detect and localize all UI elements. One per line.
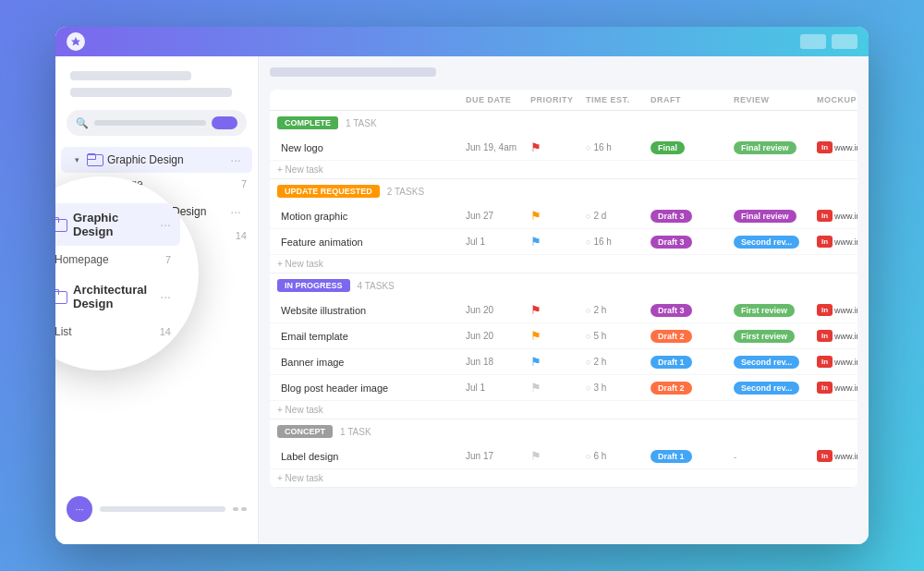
mag-arch-dots[interactable]: ··· <box>160 289 171 304</box>
task-groups: COMPLETE 1 TASK New logo Jun 19, 4am ⚑ ○… <box>270 111 857 488</box>
link-cell[interactable]: In www.invis <box>817 304 857 316</box>
due-date: Jun 27 <box>462 207 527 225</box>
mag-list[interactable]: List 14 <box>55 320 180 344</box>
maximize-button[interactable] <box>832 34 857 49</box>
clock-icon: ○ <box>586 143 590 152</box>
mag-folder-graphic <box>55 217 66 232</box>
table-row[interactable]: Blog post header image Jul 1 ⚑ ○3 h Draf… <box>270 375 857 401</box>
table-header: DUE DATE PRIORITY TIME EST. DRAFT REVIEW… <box>270 90 857 111</box>
mag-homepage[interactable]: Homepage 7 <box>55 248 180 272</box>
col-review: REVIEW <box>730 90 813 110</box>
link-cell[interactable]: In www.invis <box>817 141 857 153</box>
mag-folder-arch <box>55 289 66 304</box>
col-draft: DRAFT <box>647 90 730 110</box>
review-cell: Final review <box>730 207 813 225</box>
sidebar-graphic-label: Graphic Design <box>107 153 225 166</box>
add-task-button[interactable]: + New task <box>270 469 857 487</box>
main-content: DUE DATE PRIORITY TIME EST. DRAFT REVIEW… <box>259 56 869 544</box>
task-name: Feature animation <box>277 233 462 251</box>
group-header: CONCEPT 1 TASK <box>270 419 857 443</box>
draft-pill: Draft 1 <box>650 450 692 463</box>
task-name: Blog post header image <box>277 379 462 397</box>
view-toggle[interactable] <box>212 116 237 129</box>
review-cell: First review <box>730 327 813 346</box>
mockup-cell[interactable]: In www.invis <box>813 327 857 345</box>
due-date: Jul 1 <box>462 379 527 396</box>
review-cell: Second rev... <box>730 353 813 371</box>
mockup-cell[interactable]: In www.invis <box>813 233 857 250</box>
clock-icon: ○ <box>586 383 590 393</box>
due-date: Jun 18 <box>462 353 527 371</box>
mag-architectural-design[interactable]: ▾ Architectural Design ··· <box>55 275 180 318</box>
link-cell[interactable]: In www.invis <box>817 382 857 394</box>
draft-pill: Final <box>650 141 685 154</box>
status-badge: COMPLETE <box>277 116 338 129</box>
sidebar-header-placeholder <box>70 71 191 80</box>
homepage-count: 7 <box>241 178 247 189</box>
minimize-button[interactable] <box>800 34 826 49</box>
task-name: Motion graphic <box>277 207 462 225</box>
mockup-cell[interactable]: In www.invis <box>813 353 857 371</box>
review-cell: First review <box>730 301 813 320</box>
mag-homepage-label: Homepage <box>55 253 158 266</box>
add-task-button[interactable]: + New task <box>270 401 857 419</box>
time-cell: ○5 h <box>582 327 647 345</box>
mag-graphic-label: Graphic Design <box>73 211 152 238</box>
mockup-cell[interactable]: In www.invis <box>813 139 857 156</box>
table-row[interactable]: Feature animation Jul 1 ⚑ ○16 h Draft 3 … <box>270 229 857 255</box>
col-task <box>277 90 462 110</box>
review-pill: Second rev... <box>734 382 799 395</box>
task-name: Website illustration <box>277 301 462 320</box>
chevron-down-icon: ▾ <box>72 155 81 164</box>
clock-icon: ○ <box>586 358 590 367</box>
link-icon: In <box>817 304 833 316</box>
table-row[interactable]: Banner image Jun 18 ⚑ ○2 h Draft 1 Secon… <box>270 349 857 375</box>
content-header-placeholder <box>270 67 436 77</box>
link-cell[interactable]: In www.invis <box>817 210 857 222</box>
table-row[interactable]: Motion graphic Jun 27 ⚑ ○2 d Draft 3 Fin… <box>270 203 857 229</box>
sidebar-item-graphic-design[interactable]: ▾ Graphic Design ··· <box>61 147 252 173</box>
group-header: UPDATE REQUESTED 2 TASKS <box>270 179 857 203</box>
col-priority: PRIORITY <box>527 90 582 110</box>
sidebar-search[interactable]: 🔍 <box>67 110 247 136</box>
add-task-button[interactable]: + New task <box>270 161 857 178</box>
group-header: COMPLETE 1 TASK <box>270 111 857 135</box>
draft-pill: Draft 3 <box>650 236 692 249</box>
mag-graphic-design[interactable]: ▾ Graphic Design ··· <box>55 203 180 246</box>
link-icon: In <box>817 141 833 153</box>
link-icon: In <box>817 236 833 248</box>
link-cell[interactable]: In www.invis <box>817 330 857 342</box>
link-cell[interactable]: In www.invis <box>817 356 857 368</box>
task-group-3: CONCEPT 1 TASK Label design Jun 17 ⚑ ○6 … <box>270 419 857 488</box>
sidebar-bottom-dots <box>233 507 247 511</box>
priority-cell: ⚑ <box>527 231 582 252</box>
draft-cell: Draft 1 <box>647 447 730 466</box>
task-table: DUE DATE PRIORITY TIME EST. DRAFT REVIEW… <box>270 90 857 488</box>
mockup-cell[interactable]: In www.invis <box>813 301 857 319</box>
mag-graphic-dots[interactable]: ··· <box>160 217 171 232</box>
mockup-cell[interactable]: In www.invis <box>813 379 857 396</box>
link-url: www.invis <box>834 358 857 367</box>
task-name: Email template <box>277 327 462 346</box>
link-cell[interactable]: In www.invis <box>817 236 857 248</box>
sidebar-arch-more[interactable]: ··· <box>230 204 241 219</box>
mockup-cell[interactable]: In www.invis <box>813 207 857 225</box>
draft-cell: Draft 2 <box>647 379 730 397</box>
app-window: 🔍 ▾ Graphic Design ··· Homepage 7 <box>55 27 869 544</box>
due-date: Jun 19, 4am <box>462 139 527 156</box>
table-row[interactable]: Email template Jun 20 ⚑ ○5 h Draft 2 Fir… <box>270 323 857 349</box>
col-mockup: MOCKUP <box>813 90 857 110</box>
table-row[interactable]: New logo Jun 19, 4am ⚑ ○16 h Final Final… <box>270 135 857 161</box>
link-icon: In <box>817 356 833 368</box>
sidebar-graphic-more[interactable]: ··· <box>230 152 241 167</box>
priority-cell: ⚑ <box>527 351 582 372</box>
add-task-button[interactable]: + New task <box>270 255 857 273</box>
mockup-cell[interactable]: In www.invis <box>813 447 857 465</box>
table-row[interactable]: Website illustration Jun 20 ⚑ ○2 h Draft… <box>270 298 857 323</box>
sidebar: 🔍 ▾ Graphic Design ··· Homepage 7 <box>55 56 259 544</box>
chat-icon[interactable]: ··· <box>67 496 92 522</box>
link-cell[interactable]: In www.invis <box>817 450 857 462</box>
draft-cell: Draft 1 <box>647 353 730 371</box>
review-pill: Final review <box>734 210 796 223</box>
table-row[interactable]: Label design Jun 17 ⚑ ○6 h Draft 1 - In … <box>270 443 857 469</box>
